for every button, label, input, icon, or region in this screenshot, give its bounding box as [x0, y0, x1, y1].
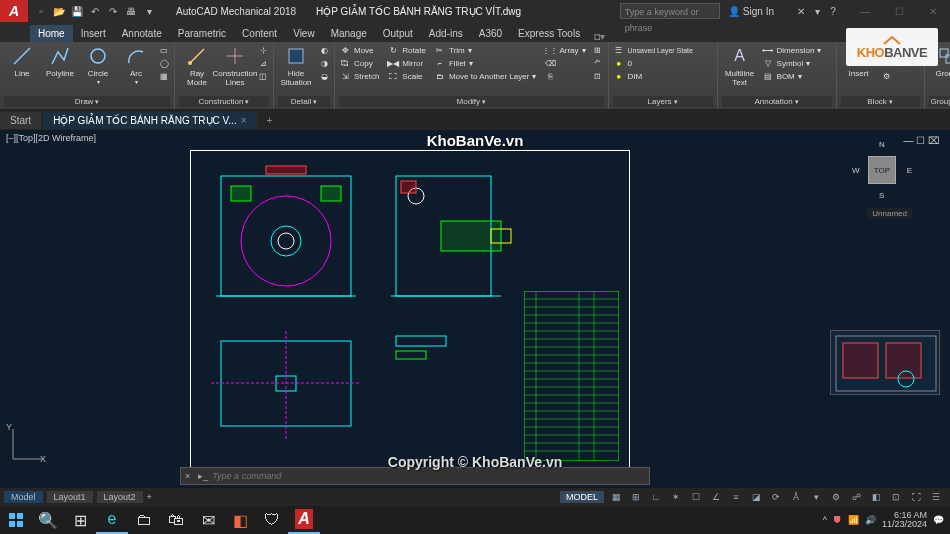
tab-content[interactable]: Content: [234, 25, 285, 42]
hide-situation-button[interactable]: Hide Situation: [278, 44, 314, 87]
qat-print-icon[interactable]: 🖶: [124, 4, 138, 18]
mtext-button[interactable]: AMultiline Text: [722, 44, 758, 87]
layer-dim-dropdown[interactable]: ●DIM: [613, 70, 713, 82]
panel-label-detail[interactable]: Detail: [278, 96, 330, 107]
help2-icon[interactable]: ?: [826, 4, 840, 18]
m3-button[interactable]: ⊡: [592, 70, 604, 82]
tab-addins[interactable]: Add-ins: [421, 25, 471, 42]
tray-sound-icon[interactable]: 🔊: [865, 515, 876, 525]
arc-button[interactable]: Arc▾: [118, 44, 154, 85]
ellipse-button[interactable]: ◯: [158, 57, 170, 69]
ucs-icon[interactable]: Y X: [8, 424, 48, 464]
c3-button[interactable]: ◫: [257, 70, 269, 82]
m2-button[interactable]: ⺈: [592, 57, 604, 69]
panel-label-block[interactable]: Block: [841, 96, 920, 107]
tab-close-icon[interactable]: ×: [241, 115, 247, 126]
status-snap-icon[interactable]: ⊞: [628, 490, 644, 504]
taskbar-office-icon[interactable]: ◧: [224, 506, 256, 534]
doc-tab-start[interactable]: Start: [0, 112, 41, 129]
panel-label-layers[interactable]: Layers: [613, 96, 713, 107]
qat-save-icon[interactable]: 💾: [70, 4, 84, 18]
viewport-label[interactable]: [–][Top][2D Wireframe]: [6, 133, 96, 143]
tray-clock[interactable]: 6:16 AM11/23/2024: [882, 511, 927, 529]
bom-button[interactable]: ▤BOM▾: [762, 70, 832, 82]
qat-new-icon[interactable]: ▫: [34, 4, 48, 18]
b3-button[interactable]: ⚙: [881, 70, 920, 82]
panel-label-groups[interactable]: Groups: [929, 96, 950, 107]
view-unnamed-label[interactable]: Unnamed: [867, 208, 912, 219]
pc-button[interactable]: ⎘: [544, 70, 585, 82]
stretch-button[interactable]: ⇲Stretch: [339, 70, 379, 82]
status-trans-icon[interactable]: ◪: [748, 490, 764, 504]
move-button[interactable]: ✥Move: [339, 44, 379, 56]
taskbar-store-icon[interactable]: 🛍: [160, 506, 192, 534]
taskbar-edge-icon[interactable]: e: [96, 506, 128, 534]
tab-a360[interactable]: A360: [471, 25, 510, 42]
minimize-button[interactable]: —: [848, 0, 882, 22]
status-cycle-icon[interactable]: ⟳: [768, 490, 784, 504]
trim-button[interactable]: ✂Trim▾: [434, 44, 537, 56]
tab-insert[interactable]: Insert: [73, 25, 114, 42]
help-icon[interactable]: ▾: [810, 4, 824, 18]
d3-button[interactable]: ◒: [318, 70, 330, 82]
layout-tab-1[interactable]: Layout1: [47, 491, 93, 503]
mirror-button[interactable]: ▶◀Mirror: [387, 57, 426, 69]
taskbar-search-icon[interactable]: 🔍: [32, 506, 64, 534]
rotate-button[interactable]: ↻Rotate: [387, 44, 426, 56]
tab-parametric[interactable]: Parametric: [170, 25, 234, 42]
panel-label-modify[interactable]: Modify: [339, 96, 604, 107]
status-ws-icon[interactable]: ⚙: [828, 490, 844, 504]
tab-annotate[interactable]: Annotate: [114, 25, 170, 42]
status-polar-icon[interactable]: ✶: [668, 490, 684, 504]
hatch-button[interactable]: ▦: [158, 70, 170, 82]
layout-tab-add[interactable]: +: [147, 492, 152, 502]
command-input[interactable]: [212, 471, 649, 481]
tab-output[interactable]: Output: [375, 25, 421, 42]
pe-button[interactable]: ⌫: [544, 57, 585, 69]
scale-button[interactable]: ⛶Scale: [387, 70, 426, 82]
tab-home[interactable]: Home: [30, 25, 73, 42]
qat-redo-icon[interactable]: ↷: [106, 4, 120, 18]
tray-shield-icon[interactable]: ⛊: [833, 515, 842, 525]
qat-more-icon[interactable]: ▾: [142, 4, 156, 18]
construction-lines-button[interactable]: Construction Lines: [217, 44, 253, 87]
tab-manage[interactable]: Manage: [323, 25, 375, 42]
fillet-button[interactable]: ⌐Fillet▾: [434, 57, 537, 69]
dimension-button[interactable]: ⟷Dimension▾: [762, 44, 832, 56]
status-scale-icon[interactable]: ▾: [808, 490, 824, 504]
maximize-button[interactable]: ☐: [882, 0, 916, 22]
status-grid-icon[interactable]: ▦: [608, 490, 624, 504]
status-otrack-icon[interactable]: ∠: [708, 490, 724, 504]
ray-mode-button[interactable]: Ray Mode: [179, 44, 215, 87]
qat-undo-icon[interactable]: ↶: [88, 4, 102, 18]
panel-label-annotation[interactable]: Annotation: [722, 96, 832, 107]
status-anno-icon[interactable]: Å: [788, 490, 804, 504]
view-cube[interactable]: N S E W TOP: [854, 142, 910, 198]
d1-button[interactable]: ◐: [318, 44, 330, 56]
tab-focus-icon[interactable]: ◘▾: [594, 31, 605, 42]
status-ortho-icon[interactable]: ∟: [648, 490, 664, 504]
status-clean-icon[interactable]: ⛶: [908, 490, 924, 504]
array-button[interactable]: ⋮⋮Array▾: [544, 44, 585, 56]
mtal-button[interactable]: 🗀Move to Another Layer▾: [434, 70, 537, 82]
status-lweight-icon[interactable]: ≡: [728, 490, 744, 504]
taskbar-security-icon[interactable]: 🛡: [256, 506, 288, 534]
drawing-canvas[interactable]: [–][Top][2D Wireframe] KhoBanVe.vn — ☐ ⌧…: [0, 130, 950, 488]
tab-express[interactable]: Express Tools: [510, 25, 588, 42]
panel-label-draw[interactable]: Draw: [4, 96, 170, 107]
cmd-close-icon[interactable]: ×: [181, 471, 194, 481]
layer-dropdown[interactable]: ●0: [613, 57, 713, 69]
line-button[interactable]: Line: [4, 44, 40, 85]
tray-up-icon[interactable]: ^: [823, 515, 827, 525]
c1-button[interactable]: ⊹: [257, 44, 269, 56]
d2-button[interactable]: ◑: [318, 57, 330, 69]
tab-view[interactable]: View: [285, 25, 323, 42]
status-hw-icon[interactable]: ⊡: [888, 490, 904, 504]
exchange-icon[interactable]: ✕: [794, 4, 808, 18]
taskbar-mail-icon[interactable]: ✉: [192, 506, 224, 534]
autocad-logo[interactable]: A: [0, 0, 28, 22]
start-button[interactable]: [0, 506, 32, 534]
copy-button[interactable]: ⿻Copy: [339, 57, 379, 69]
search-input[interactable]: Type a keyword or phrase: [620, 3, 720, 19]
sign-in-button[interactable]: 👤 Sign In: [728, 6, 774, 17]
